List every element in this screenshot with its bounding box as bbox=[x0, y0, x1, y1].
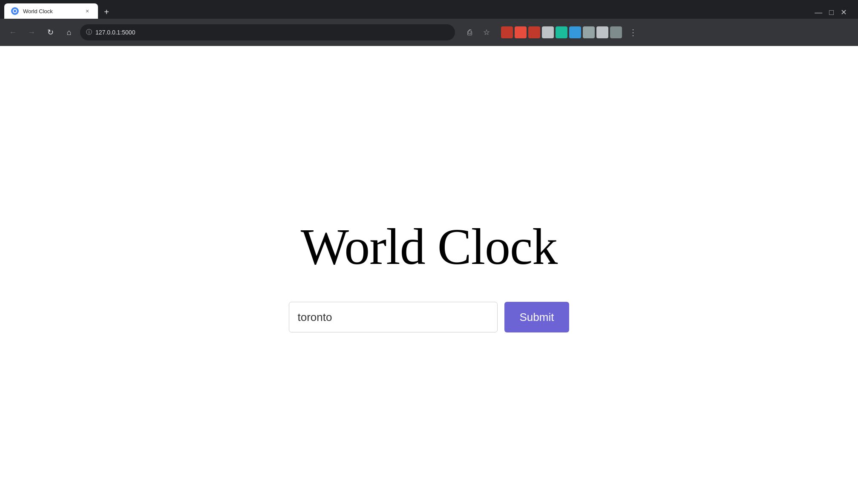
nav-bar: ← → ↻ ⌂ ⓘ 127.0.0.1:5000 ⎙ ☆ bbox=[0, 19, 858, 46]
share-button[interactable]: ⎙ bbox=[462, 25, 477, 40]
browser-chrome: World Clock × + — □ ✕ ← → ↻ ⌂ ⓘ 127.0.0.… bbox=[0, 0, 858, 46]
extension-6-icon[interactable] bbox=[569, 26, 581, 38]
extension-3-icon[interactable] bbox=[528, 26, 540, 38]
extension-8-icon[interactable] bbox=[596, 26, 608, 38]
window-controls: — □ ✕ bbox=[815, 8, 854, 19]
city-search-input[interactable] bbox=[289, 302, 498, 332]
browser-menu-button[interactable]: ⋮ bbox=[625, 25, 641, 40]
submit-button[interactable]: Submit bbox=[504, 302, 570, 332]
search-form: Submit bbox=[289, 302, 570, 332]
page-content: World Clock Submit bbox=[0, 46, 858, 504]
address-bar[interactable]: ⓘ 127.0.0.1:5000 bbox=[80, 24, 455, 40]
share-icon: ⎙ bbox=[467, 28, 472, 37]
bookmark-button[interactable]: ☆ bbox=[479, 25, 494, 40]
tab-close-button[interactable]: × bbox=[83, 7, 91, 15]
active-tab[interactable]: World Clock × bbox=[4, 3, 98, 19]
extension-4-icon[interactable] bbox=[542, 26, 554, 38]
security-icon: ⓘ bbox=[86, 29, 92, 36]
maximize-button[interactable]: □ bbox=[829, 8, 834, 17]
star-icon: ☆ bbox=[483, 28, 490, 37]
extension-7-icon[interactable] bbox=[583, 26, 595, 38]
reload-icon: ↻ bbox=[47, 28, 54, 37]
extension-2-icon[interactable] bbox=[515, 26, 527, 38]
tab-bar: World Clock × + — □ ✕ bbox=[0, 0, 858, 19]
close-window-button[interactable]: ✕ bbox=[841, 8, 847, 17]
minimize-button[interactable]: — bbox=[815, 8, 822, 17]
tab-title: World Clock bbox=[23, 8, 79, 14]
back-icon: ← bbox=[9, 28, 17, 37]
extension-1-icon[interactable] bbox=[501, 26, 513, 38]
menu-dots-icon: ⋮ bbox=[629, 27, 637, 37]
forward-icon: → bbox=[28, 28, 35, 37]
reload-button[interactable]: ↻ bbox=[43, 25, 58, 40]
page-title: World Clock bbox=[301, 218, 558, 276]
extension-9-icon[interactable] bbox=[610, 26, 622, 38]
back-button[interactable]: ← bbox=[5, 25, 20, 40]
forward-button[interactable]: → bbox=[24, 25, 39, 40]
extensions-area bbox=[501, 26, 622, 38]
new-tab-button[interactable]: + bbox=[100, 5, 113, 19]
home-button[interactable]: ⌂ bbox=[61, 25, 77, 40]
tab-favicon bbox=[11, 7, 19, 15]
extension-5-icon[interactable] bbox=[556, 26, 567, 38]
url-display: 127.0.0.1:5000 bbox=[95, 29, 449, 36]
home-icon: ⌂ bbox=[67, 28, 72, 37]
toolbar-actions: ⎙ ☆ bbox=[462, 25, 494, 40]
